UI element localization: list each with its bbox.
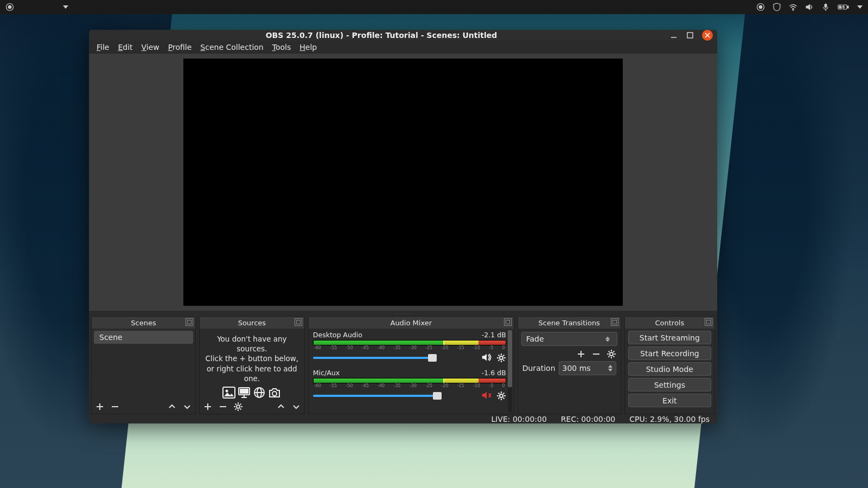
start-streaming-button[interactable]: Start Streaming — [628, 331, 711, 344]
obs-tray-icon[interactable] — [5, 3, 14, 11]
mixer-volume-slider[interactable] — [313, 395, 477, 397]
scenes-dock-popout-button[interactable] — [186, 318, 193, 326]
sources-empty-text: You don't have any sources. — [203, 334, 301, 354]
system-menu-caret-icon[interactable] — [857, 5, 863, 9]
transition-duration-spinbox[interactable]: 300 ms — [559, 361, 616, 375]
transition-select[interactable]: Fade — [521, 332, 617, 346]
window-close-button[interactable] — [702, 30, 713, 41]
controls-dock-popout-button[interactable] — [705, 318, 712, 326]
mixer-scrollbar-thumb[interactable] — [508, 330, 512, 387]
mixer-ticks: -60-55-50-45-40-35-30-25-20-15-10-50 — [313, 383, 506, 389]
menu-profile[interactable]: Profile — [164, 41, 196, 54]
source-move-down-button[interactable] — [291, 402, 301, 412]
sources-dock: Sources You don't have any sources. Clic… — [199, 316, 305, 414]
svg-line-55 — [503, 398, 504, 399]
mixer-mute-button[interactable] — [481, 390, 492, 401]
svg-line-35 — [240, 409, 241, 410]
mixer-dock-popout-button[interactable] — [504, 318, 512, 326]
audio-mixer-dock: Audio Mixer Desktop Audio-2.1 dB-60-55-5… — [308, 316, 514, 414]
scenes-list-area[interactable] — [93, 345, 194, 399]
scenes-dock-title: Scenes — [92, 317, 195, 329]
preview-canvas[interactable] — [183, 59, 623, 306]
menu-edit[interactable]: Edit — [113, 41, 137, 54]
scenes-dock: Scenes Scene — [91, 316, 196, 414]
mixer-meter — [313, 378, 506, 383]
window-maximize-button[interactable] — [686, 31, 694, 40]
window-minimize-button[interactable] — [669, 31, 678, 40]
topbar-dropdown-icon[interactable] — [63, 5, 68, 9]
sources-toolbar — [200, 400, 304, 414]
sources-dock-popout-button[interactable] — [295, 318, 302, 326]
svg-line-46 — [498, 360, 499, 361]
source-move-up-button[interactable] — [276, 402, 286, 412]
svg-line-69 — [608, 356, 609, 357]
exit-button[interactable]: Exit — [628, 394, 711, 407]
svg-line-37 — [235, 409, 236, 410]
add-transition-button[interactable] — [576, 349, 586, 359]
transitions-dock-popout-button[interactable] — [611, 318, 618, 326]
remove-scene-button[interactable] — [110, 402, 120, 412]
volume-icon[interactable] — [805, 3, 814, 11]
add-scene-button[interactable] — [95, 402, 105, 412]
menu-file[interactable]: File — [92, 41, 113, 54]
controls-dock-title: Controls — [625, 317, 714, 329]
start-recording-button[interactable]: Start Recording — [628, 346, 711, 360]
transition-duration-value: 300 ms — [563, 364, 591, 373]
remove-source-button[interactable] — [218, 402, 228, 412]
status-cpu: CPU: 2.9%, 30.00 fps — [629, 415, 710, 423]
system-top-bar — [0, 0, 868, 14]
scene-transitions-dock: Scene Transitions Fade Duration 300 ms — [518, 316, 621, 414]
transition-properties-button[interactable] — [607, 349, 616, 359]
mixer-track-settings-button[interactable] — [496, 391, 506, 401]
spin-down-icon[interactable] — [608, 369, 612, 371]
mixer-track-level: -1.6 dB — [482, 369, 506, 377]
svg-point-1 — [8, 5, 11, 9]
svg-point-25 — [272, 391, 277, 396]
desktop-wallpaper-right — [694, 0, 868, 488]
spin-up-icon[interactable] — [608, 365, 612, 368]
dock-splitter[interactable]: ······ — [89, 311, 717, 316]
close-icon — [705, 33, 710, 38]
combo-arrows-icon — [603, 337, 612, 342]
svg-rect-10 — [687, 33, 693, 38]
transition-select-value: Fade — [526, 335, 544, 343]
obs-indicator-icon[interactable] — [756, 3, 765, 11]
scene-move-up-button[interactable] — [167, 402, 177, 412]
mixer-track: Mic/Aux-1.6 dB-60-55-50-45-40-35-30-25-2… — [310, 368, 513, 406]
sources-empty-text: or right click here to add one. — [203, 364, 301, 383]
menu-view[interactable]: View — [137, 41, 164, 54]
mixer-meter — [313, 340, 506, 345]
display-source-icon — [238, 387, 251, 399]
battery-icon[interactable] — [838, 3, 850, 11]
wifi-icon[interactable] — [789, 3, 797, 11]
mic-icon[interactable] — [821, 3, 830, 11]
studio-mode-button[interactable]: Studio Mode — [628, 362, 711, 376]
mixer-volume-slider[interactable] — [313, 357, 477, 359]
svg-line-66 — [608, 351, 609, 352]
add-source-button[interactable] — [203, 402, 213, 412]
settings-button[interactable]: Settings — [628, 378, 711, 391]
menu-help[interactable]: Help — [295, 41, 321, 54]
shield-icon[interactable] — [773, 3, 781, 11]
svg-point-3 — [759, 5, 762, 9]
scene-move-down-button[interactable] — [182, 402, 192, 412]
scene-item[interactable]: Scene — [94, 331, 193, 344]
sources-empty-area[interactable]: You don't have any sources. Click the + … — [201, 330, 303, 399]
svg-line-44 — [503, 360, 504, 361]
window-title: OBS 25.0.7 (linux) - Profile: Tutorial -… — [93, 31, 669, 40]
svg-line-34 — [235, 404, 236, 405]
mixer-speaker-button[interactable] — [481, 352, 492, 363]
svg-line-68 — [613, 351, 614, 352]
source-properties-button[interactable] — [233, 402, 243, 412]
mixer-scroll-area: Desktop Audio-2.1 dB-60-55-50-45-40-35-3… — [310, 330, 513, 413]
transition-duration-label: Duration — [522, 364, 556, 373]
remove-transition-button[interactable] — [591, 349, 601, 359]
svg-point-17 — [226, 390, 228, 393]
status-rec: REC: 00:00:00 — [561, 415, 615, 423]
obs-window: OBS 25.0.7 (linux) - Profile: Tutorial -… — [89, 30, 717, 423]
mixer-track-level: -2.1 dB — [482, 331, 506, 339]
mixer-track-settings-button[interactable] — [496, 353, 506, 363]
window-titlebar[interactable]: OBS 25.0.7 (linux) - Profile: Tutorial -… — [89, 30, 717, 41]
menu-tools[interactable]: Tools — [268, 41, 296, 54]
menu-scene-collection[interactable]: Scene Collection — [196, 41, 267, 54]
